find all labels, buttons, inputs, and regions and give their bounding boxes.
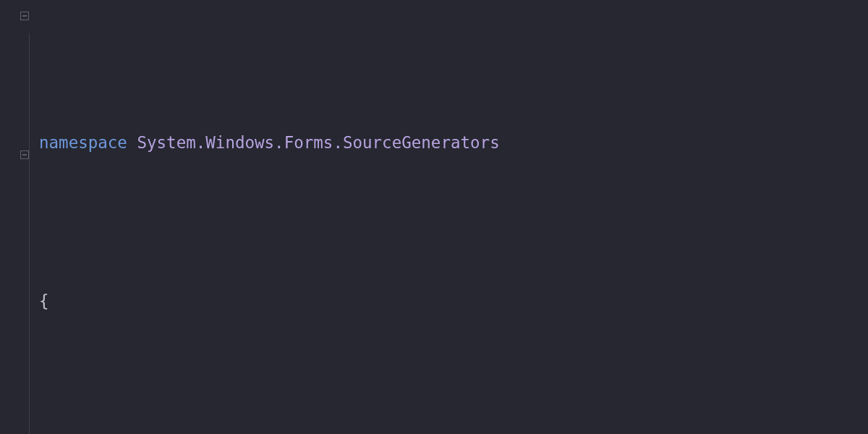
fold-toggle-icon[interactable] bbox=[20, 150, 29, 159]
code-line[interactable]: { bbox=[33, 286, 868, 318]
fold-toggle-icon[interactable] bbox=[20, 12, 29, 20]
indent-guide bbox=[29, 33, 30, 434]
keyword-namespace: namespace bbox=[39, 133, 127, 152]
code-area[interactable]: namespace System.Windows.Forms.SourceGen… bbox=[33, 0, 868, 434]
brace-open: { bbox=[39, 292, 49, 310]
code-line[interactable]: namespace System.Windows.Forms.SourceGen… bbox=[33, 127, 868, 159]
gutter bbox=[0, 0, 33, 434]
namespace-name: System.Windows.Forms.SourceGenerators bbox=[137, 133, 499, 152]
code-editor[interactable]: namespace System.Windows.Forms.SourceGen… bbox=[0, 0, 868, 434]
